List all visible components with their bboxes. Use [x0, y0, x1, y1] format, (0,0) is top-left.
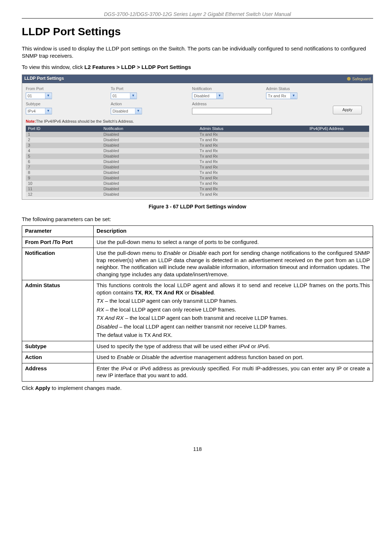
param-name: Address [22, 363, 94, 381]
table-cell: 11 [26, 186, 101, 192]
page-number: 118 [22, 446, 373, 452]
table-cell: Disabled [101, 175, 197, 181]
intro-paragraph: This window is used to display the LLDP … [22, 45, 373, 59]
header-divider [22, 18, 373, 19]
table-cell: Tx and Rx [197, 132, 307, 137]
table-cell: 3 [26, 143, 101, 148]
safeguard-indicator: Safeguard [347, 76, 371, 81]
param-description: Used to Enable or Disable the advertise … [94, 352, 373, 363]
to-port-value: 01 [113, 93, 117, 98]
apply-button[interactable]: Apply [333, 106, 362, 114]
subtype-label: Subtype [26, 101, 98, 106]
table-cell: Tx and Rx [197, 137, 307, 143]
chevron-down-icon: ▼ [45, 93, 51, 99]
table-cell: Tx and Rx [197, 143, 307, 148]
table-row: 7DisabledTx and Rx [26, 164, 369, 170]
param-row: ActionUsed to Enable or Disable the adve… [22, 352, 373, 363]
chevron-down-icon: ▼ [135, 108, 141, 114]
table-cell: 7 [26, 164, 101, 170]
col-admin-status: Admin Status [197, 126, 307, 132]
window-titlebar: LLDP Port Settings Safeguard [22, 75, 373, 83]
param-description: Use the pull-down menu to Enable or Disa… [94, 248, 373, 280]
table-cell [307, 186, 369, 192]
table-cell: Tx and Rx [197, 181, 307, 186]
apply-bold: Apply [35, 385, 50, 391]
table-cell [307, 175, 369, 181]
param-description: Used to specify the type of address that… [94, 341, 373, 352]
table-row: 11DisabledTx and Rx [26, 186, 369, 192]
table-row: 12DisabledTx and Rx [26, 192, 369, 197]
table-cell: 10 [26, 181, 101, 186]
col-port-id: Port ID [26, 126, 101, 132]
table-cell [307, 154, 369, 159]
param-name: Action [22, 352, 94, 363]
note-bold: Note: [26, 119, 36, 123]
table-cell: 1 [26, 132, 101, 137]
param-header-parameter: Parameter [22, 226, 94, 237]
table-cell [307, 170, 369, 175]
chevron-down-icon: ▼ [130, 93, 136, 99]
apply-prefix: Click [22, 385, 35, 391]
table-row: 9DisabledTx and Rx [26, 175, 369, 181]
param-description: Enter the IPv4 or IPv6 address as previo… [94, 363, 373, 381]
from-port-value: 01 [28, 93, 32, 98]
table-cell: 9 [26, 175, 101, 181]
notification-value: Disabled [194, 93, 209, 98]
chevron-down-icon: ▼ [45, 108, 51, 114]
notification-select[interactable]: Disabled ▼ [192, 93, 223, 99]
action-label: Action [111, 101, 180, 106]
address-input[interactable] [192, 108, 272, 114]
param-row: SubtypeUsed to specify the type of addre… [22, 341, 373, 352]
param-header-description: Description [94, 226, 373, 237]
note-text: Note:The IPv4/IPv6 Address should be the… [26, 119, 369, 124]
table-cell [307, 164, 369, 170]
col-notification: Notification [101, 126, 197, 132]
to-port-select[interactable]: 01 ▼ [111, 93, 137, 99]
table-cell: 6 [26, 159, 101, 164]
admin-status-label: Admin Status [266, 86, 320, 91]
table-cell: Tx and Rx [197, 192, 307, 197]
chevron-down-icon: ▼ [216, 93, 222, 99]
table-cell: Disabled [101, 154, 197, 159]
table-cell: 2 [26, 137, 101, 143]
table-cell: Disabled [101, 186, 197, 192]
settings-window: LLDP Port Settings Safeguard From Port 0… [22, 74, 373, 200]
table-cell [307, 181, 369, 186]
notification-label: Notification [192, 86, 254, 91]
table-cell [307, 192, 369, 197]
table-cell: Disabled [101, 181, 197, 186]
page-title: LLDP Port Settings [22, 24, 373, 38]
param-description: Use the pull-down menu to select a range… [94, 237, 373, 248]
table-cell: Tx and Rx [197, 186, 307, 192]
chevron-down-icon: ▼ [290, 93, 297, 99]
table-cell: Tx and Rx [197, 154, 307, 159]
param-description: This functions controls the local LLDP a… [94, 280, 373, 341]
action-select[interactable]: Disabled ▼ [111, 108, 142, 114]
table-cell: Disabled [101, 148, 197, 154]
subtype-select[interactable]: IPv4 ▼ [26, 108, 52, 114]
subtype-value: IPv4 [28, 109, 36, 114]
param-name: From Port /To Port [22, 237, 94, 248]
param-row: NotificationUse the pull-down menu to En… [22, 248, 373, 280]
nav-prefix: To view this window, click [22, 64, 85, 70]
figure-caption: Figure 3 - 67 LLDP Port Settings window [22, 203, 373, 210]
to-port-label: To Port [111, 86, 180, 91]
param-row: Admin StatusThis functions controls the … [22, 280, 373, 341]
table-cell: Disabled [101, 137, 197, 143]
table-cell: Tx and Rx [197, 148, 307, 154]
table-cell: Disabled [101, 170, 197, 175]
table-cell: Tx and Rx [197, 164, 307, 170]
admin-status-value: Tx and Rx [268, 93, 286, 98]
admin-status-select[interactable]: Tx and Rx ▼ [266, 93, 297, 99]
table-cell: Tx and Rx [197, 170, 307, 175]
param-row: AddressEnter the IPv4 or IPv6 address as… [22, 363, 373, 381]
table-row: 2DisabledTx and Rx [26, 137, 369, 143]
table-cell [307, 143, 369, 148]
table-cell: Disabled [101, 143, 197, 148]
parameters-intro: The following parameters can be set: [22, 216, 373, 223]
from-port-select[interactable]: 01 ▼ [26, 93, 52, 99]
col-ipv4ipv6-address: IPv4(IPv6) Address [307, 126, 369, 132]
table-row: 8DisabledTx and Rx [26, 170, 369, 175]
parameters-table: Parameter Description From Port /To Port… [22, 225, 373, 382]
safeguard-icon [347, 77, 351, 81]
